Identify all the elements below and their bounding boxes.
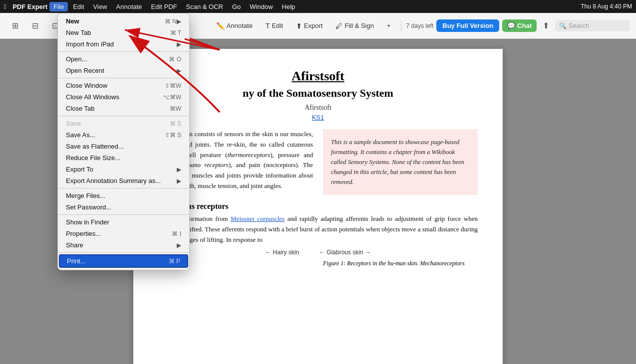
toolbar-actions: ✏️ Annotate T Edit ⬆ Export 🖊 Fill & Sig… xyxy=(211,19,630,32)
menu-item-print[interactable]: Print... ⌘ P xyxy=(59,254,188,268)
pdf-subtitle: ny of the Somatosensory System xyxy=(158,87,478,100)
pdf-section-title: Cutaneous receptors xyxy=(158,202,478,211)
file-menu: New ⌘ N ▶ New Tab ⌘ T Import from iPad ▶… xyxy=(57,13,190,270)
menu-item-close-all-shortcut: ⌥⌘W xyxy=(163,94,181,101)
search-icon: 🔍 xyxy=(559,22,567,29)
menu-separator-4 xyxy=(58,188,189,188)
edit-icon: T xyxy=(266,22,270,30)
menu-item-properties[interactable]: Properties... ⌘ I xyxy=(58,228,189,239)
menu-item-close-tab-shortcut: ⌘W xyxy=(170,105,181,112)
edit-label: Edit xyxy=(272,22,283,29)
menu-item-set-password[interactable]: Set Password... xyxy=(58,201,189,213)
menu-item-save-flattened[interactable]: Save as Flattened... xyxy=(58,141,189,152)
export-button[interactable]: ⬆ Export xyxy=(291,19,328,32)
annotate-icon: ✏️ xyxy=(216,22,225,30)
menu-separator-5 xyxy=(58,214,189,215)
export-label: Export xyxy=(304,22,323,29)
menu-item-reduce-size-label: Reduce File Size... xyxy=(66,154,181,162)
menubar-help[interactable]: Help xyxy=(278,2,300,11)
menu-item-export-annotation[interactable]: Export Annotation Summary as... ▶ xyxy=(58,175,189,186)
pdf-title: Afirstsoft xyxy=(158,69,478,84)
chat-icon: 💬 xyxy=(507,22,515,29)
menu-item-save-as-shortcut: ⇧⌘ S xyxy=(165,132,181,139)
search-box[interactable]: 🔍 Search xyxy=(555,20,630,31)
menubar-right: Thu 8 Aug 4:40 PM xyxy=(581,3,632,10)
fill-sign-icon: 🖊 xyxy=(335,22,342,30)
menu-item-close-window-shortcut: ⇧⌘W xyxy=(165,82,181,89)
share-button[interactable]: ⬆ xyxy=(540,19,552,32)
menu-item-share[interactable]: Share ▶ xyxy=(58,239,189,251)
menubar-file[interactable]: File xyxy=(49,2,68,11)
menu-item-save-as[interactable]: Save As... ⇧⌘ S xyxy=(58,129,189,141)
menu-item-close-tab[interactable]: Close Tab ⌘W xyxy=(58,103,189,114)
menu-item-save-as-label: Save As... xyxy=(66,131,155,139)
apple-menu[interactable]:  xyxy=(4,2,6,10)
menu-item-print-shortcut: ⌘ P xyxy=(169,258,180,265)
menu-item-reduce-size[interactable]: Reduce File Size... xyxy=(58,152,189,164)
menu-item-export-annotation-label: Export Annotation Summary as... xyxy=(66,177,177,184)
menu-item-new-arrow: ▶ xyxy=(177,18,181,25)
menu-item-export-annotation-arrow: ▶ xyxy=(177,178,181,184)
sidebar-grid-icon[interactable]: ⊞ xyxy=(6,17,24,35)
pdf-figure-caption: Figure 1: Receptors in the hu-man skin. … xyxy=(323,260,478,267)
menu-item-share-arrow: ▶ xyxy=(177,242,181,249)
pdf-pink-box: This is a sample document to showcase pa… xyxy=(323,129,478,195)
pdf-link[interactable]: KS1 xyxy=(158,114,478,121)
sidebar-list-icon[interactable]: ⊟ xyxy=(26,17,44,35)
menubar-view[interactable]: View xyxy=(89,2,111,11)
menu-item-open-recent-label: Open Recent xyxy=(66,67,177,74)
menu-item-new-tab-shortcut: ⌘ T xyxy=(170,29,181,36)
menu-separator-2 xyxy=(58,78,189,78)
menubar-window[interactable]: Window xyxy=(246,2,277,11)
menu-item-new-tab[interactable]: New Tab ⌘ T xyxy=(58,27,189,38)
menubar-edit-pdf[interactable]: Edit PDF xyxy=(147,2,181,11)
annotate-button[interactable]: ✏️ Annotate xyxy=(211,19,258,32)
menu-item-open-recent[interactable]: Open Recent ▶ xyxy=(58,65,189,76)
fill-sign-button[interactable]: 🖊 Fill & Sign xyxy=(330,19,379,32)
export-icon: ⬆ xyxy=(296,22,302,30)
menubar-items: File Edit View Annotate Edit PDF Scan & … xyxy=(49,2,581,11)
menu-item-share-label: Share xyxy=(66,241,177,249)
toolbar-divider-2 xyxy=(401,21,401,31)
menu-item-merge-files-label: Merge Files... xyxy=(66,192,181,199)
menu-item-new-label: New xyxy=(66,17,155,25)
menu-separator-3 xyxy=(58,116,189,116)
pdf-body-para2: Sensory information from Meissner corpus… xyxy=(158,214,478,245)
menubar-go[interactable]: Go xyxy=(228,2,245,11)
menubar:  PDF Expert File Edit View Annotate Edi… xyxy=(0,0,636,13)
menu-item-close-window[interactable]: Close Window ⇧⌘W xyxy=(58,80,189,91)
pdf-body-columns: nsory system consists of sensors in the … xyxy=(158,129,478,195)
menu-item-close-window-label: Close Window xyxy=(66,82,155,89)
search-placeholder: Search xyxy=(569,22,589,29)
menu-item-merge-files[interactable]: Merge Files... xyxy=(58,190,189,201)
chat-button[interactable]: 💬 Chat xyxy=(502,19,537,32)
app-name: PDF Expert xyxy=(12,3,47,10)
menu-item-save-flattened-label: Save as Flattened... xyxy=(66,143,181,150)
menu-item-show-finder[interactable]: Show in Finder xyxy=(58,216,189,228)
fill-sign-label: Fill & Sign xyxy=(344,22,374,29)
menu-item-new-tab-label: New Tab xyxy=(66,29,160,36)
menu-item-close-all-label: Close All Windows xyxy=(66,93,153,101)
edit-button[interactable]: T Edit xyxy=(261,19,288,32)
menu-item-save-shortcut: ⌘ S xyxy=(170,120,181,127)
menu-item-close-all[interactable]: Close All Windows ⌥⌘W xyxy=(58,91,189,103)
add-icon: + xyxy=(387,22,391,29)
add-button[interactable]: + xyxy=(382,19,396,32)
menu-item-export-to[interactable]: Export To ▶ xyxy=(58,164,189,175)
hairy-skin-label: ← Hairy skin xyxy=(265,249,299,256)
menu-item-new-shortcut: ⌘ N xyxy=(165,18,177,25)
menu-item-set-password-label: Set Password... xyxy=(66,203,181,211)
menu-item-show-finder-label: Show in Finder xyxy=(66,218,181,226)
menu-item-print-label: Print... xyxy=(67,257,159,265)
menubar-scan-ocr[interactable]: Scan & OCR xyxy=(182,2,227,11)
meissner-link[interactable]: Meissner corpuscles xyxy=(231,215,285,222)
menu-item-open[interactable]: Open... ⌘ O xyxy=(58,53,189,65)
menu-item-new[interactable]: New ⌘ N ▶ xyxy=(58,15,189,27)
menu-item-properties-label: Properties... xyxy=(66,230,162,237)
menu-item-save-label: Save xyxy=(66,120,160,127)
menubar-edit[interactable]: Edit xyxy=(69,2,88,11)
menubar-annotate[interactable]: Annotate xyxy=(112,2,146,11)
buy-full-version-button[interactable]: Buy Full Version xyxy=(436,19,499,32)
menu-item-export-to-arrow: ▶ xyxy=(177,166,181,173)
menu-item-import-ipad[interactable]: Import from iPad ▶ xyxy=(58,38,189,50)
